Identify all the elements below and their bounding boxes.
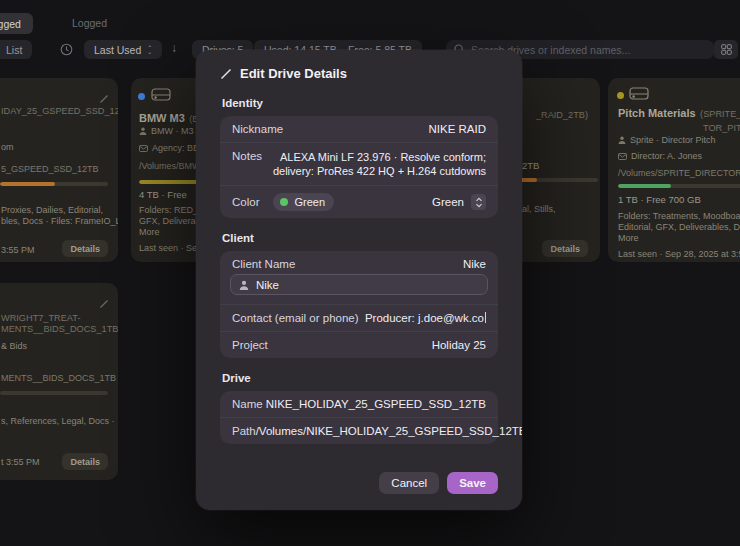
more-link[interactable]: More (618, 233, 639, 243)
contact-row[interactable]: Contact (email or phone) Producer: j.doe… (220, 304, 498, 331)
app-window: Unlogged Logged List Last Used ⌃⌄ ↓ Driv… (0, 0, 740, 546)
nickname-row[interactable]: Nickname NIKE RAID (220, 116, 498, 142)
capacity-bar (0, 182, 108, 186)
envelope-icon (139, 145, 148, 152)
details-button[interactable]: Details (62, 240, 108, 257)
person-icon (239, 280, 249, 290)
notes-value[interactable]: ALEXA Mini LF 23.976 · Resolve conform; … (262, 150, 486, 178)
card-title: BMW M3 (B (139, 108, 198, 126)
card-owner: BMW · M3 (139, 126, 194, 136)
card-folders: al, Stills, (522, 204, 556, 214)
section-label-client: Client (222, 232, 498, 244)
card-folders-line2: bles, Docs · Files: FrameIO_L… (1, 216, 118, 226)
tab-logged[interactable]: Logged (72, 17, 107, 29)
card-size: 4 TB · Free (139, 189, 187, 200)
client-name-field[interactable] (230, 274, 488, 295)
card-last-seen: 3:55 PM (1, 245, 35, 255)
save-button[interactable]: Save (447, 472, 498, 494)
drive-name-row: Name NIKE_HOLIDAY_25_GSPEED_SSD_12TB (220, 391, 498, 417)
card-owner: & Bids (1, 341, 27, 351)
chevron-updown-icon: ⌃⌄ (147, 46, 152, 54)
client-group: Client Name Nike Contact (email or phone… (220, 251, 498, 358)
edit-drive-details-modal: Edit Drive Details Identity Nickname NIK… (196, 50, 522, 510)
modal-footer: Cancel Save (379, 472, 498, 494)
project-value[interactable]: Holiday 25 (432, 339, 486, 351)
color-badge: Green (273, 193, 334, 211)
green-dot-icon (280, 198, 288, 206)
section-label-drive: Drive (222, 372, 498, 384)
card-folders-line2: GFX, Deliverab (139, 216, 201, 226)
drive-card-wright[interactable]: WRIGHT7_TREAT- MENTS__BIDS_DOCS_1TB) & B… (0, 283, 118, 480)
capacity-bar (0, 391, 108, 395)
contact-value[interactable]: Producer: j.doe@wk.co (365, 312, 486, 324)
person-icon (139, 127, 147, 135)
nickname-value[interactable]: NIKE RAID (428, 123, 486, 135)
grid-view-button[interactable] (714, 40, 738, 59)
drive-card-nike[interactable]: IDAY_25_GSPEED_SSD_12TB om 5_GSPEED_SSD_… (0, 78, 118, 262)
edit-pencil-icon (220, 68, 232, 80)
edit-pencil-icon[interactable] (99, 295, 109, 313)
card-title: _RAID_2TB) (536, 110, 588, 120)
card-folders: s, References, Legal, Docs · (1, 416, 115, 426)
card-folders-line2: Editorial, GFX, Deliverables, Docs · Fil (618, 222, 740, 232)
card-last-seen: Last seen · Sep (139, 243, 202, 253)
envelope-icon (618, 153, 627, 160)
more-link[interactable]: More (139, 227, 160, 237)
drive-icon (629, 86, 649, 105)
status-dot (138, 93, 145, 100)
status-dot (617, 92, 624, 99)
details-button[interactable]: Details (62, 453, 108, 470)
card-last-seen: Last seen · Sep 28, 2025 at 3:55 PM (618, 249, 740, 259)
client-name-row: Client Name Nike (220, 251, 498, 272)
drive-group: Name NIKE_HOLIDAY_25_GSPEED_SSD_12TB Pat… (220, 391, 498, 444)
history-clock-icon[interactable] (60, 43, 73, 56)
card-owner: Sprite · Director Pitch (618, 135, 716, 145)
cancel-button[interactable]: Cancel (379, 472, 439, 494)
grid-icon (721, 44, 732, 55)
sort-dropdown[interactable]: Last Used ⌃⌄ (84, 40, 162, 59)
drive-path-value: /Volumes/NIKE_HOLIDAY_25_GSPEED_SSD_12TB (256, 425, 522, 437)
card-agency: Agency: BB (139, 143, 199, 153)
card-agency: Director: A. Jones (618, 151, 702, 161)
color-row: Color Green Green (220, 185, 498, 218)
card-path: 5_GSPEED_SSD_12TB (1, 164, 99, 174)
client-name-input[interactable] (256, 279, 479, 291)
modal-title: Edit Drive Details (240, 66, 347, 81)
card-title: IDAY_25_GSPEED_SSD_12TB (1, 106, 118, 116)
card-last-seen: t 3:55 PM (1, 457, 40, 467)
client-name-value: Nike (463, 258, 486, 270)
card-folders-line1: Proxies, Dailies, Editorial, (1, 205, 103, 215)
color-select[interactable]: Green (432, 194, 486, 210)
card-path: /Volumes/SPRITE_DIRECTOR_PITCH_PI (618, 168, 740, 178)
card-path: MENTS__BIDS_DOCS_1TB (1, 373, 116, 383)
card-contact: om (1, 142, 14, 152)
person-icon (618, 136, 626, 144)
drive-name-value: NIKE_HOLIDAY_25_GSPEED_SSD_12TB (266, 398, 486, 410)
capacity-bar (618, 184, 740, 188)
drive-icon (151, 87, 171, 106)
text-caret (485, 312, 486, 323)
chevron-updown-icon[interactable] (471, 194, 486, 210)
client-name-input-wrap (220, 272, 498, 304)
list-view-button[interactable]: List (0, 40, 32, 59)
modal-header: Edit Drive Details (220, 66, 498, 81)
identity-group: Nickname NIKE RAID Notes ALEXA Mini LF 2… (220, 116, 498, 218)
card-size: 1 TB · Free 700 GB (618, 194, 701, 205)
card-size: 2TB (522, 160, 539, 171)
section-label-identity: Identity (222, 97, 498, 109)
project-row[interactable]: Project Holiday 25 (220, 331, 498, 358)
drive-path-row: Path /Volumes/NIKE_HOLIDAY_25_GSPEED_SSD… (220, 417, 498, 444)
notes-row[interactable]: Notes ALEXA Mini LF 23.976 · Resolve con… (220, 142, 498, 185)
tab-unlogged[interactable]: Unlogged (0, 13, 33, 34)
card-title-line2: MENTS__BIDS_DOCS_1TB) (1, 324, 118, 334)
card-title-line1: WRIGHT7_TREAT- (1, 313, 80, 323)
drive-card-pitch[interactable]: Pitch Materials (SPRITE_DIREC- TOR_PITCH… (608, 78, 740, 262)
card-folders-line1: Folders: RED_R (139, 205, 205, 215)
details-button[interactable]: Details (542, 240, 588, 257)
download-arrow-icon[interactable]: ↓ (171, 41, 177, 55)
card-title: Pitch Materials (SPRITE_DIREC- TOR_PITCH… (618, 106, 740, 134)
card-folders-line1: Folders: Treatments, Moodboards, Tes (618, 211, 740, 221)
